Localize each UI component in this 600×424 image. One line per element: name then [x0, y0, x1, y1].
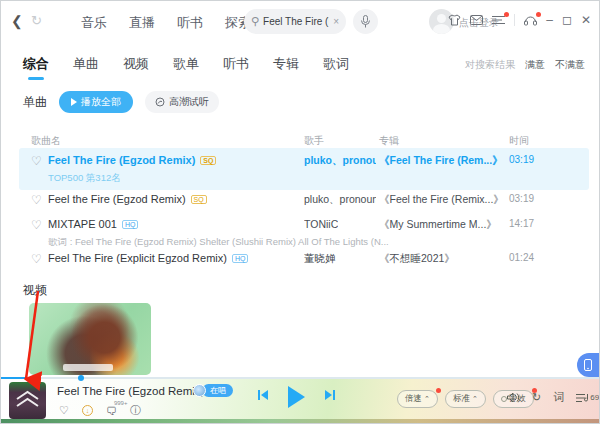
maximize-icon[interactable]: ◻ — [562, 13, 572, 27]
top-navigation: 音乐 直播 听书 探索 — [81, 14, 251, 32]
favorite-icon[interactable]: ♡ — [59, 404, 69, 417]
lyrics-match-line: 歌词 : Feel The Fire (Egzod Remix) Shelter… — [48, 236, 389, 249]
download-icon[interactable]: ↓ — [82, 405, 93, 416]
song-album[interactable]: 《Feel the Fire (Remix...》 — [379, 193, 504, 207]
song-duration: 03:19 — [509, 193, 534, 204]
quality-badge: HQ — [232, 254, 249, 263]
expand-player-icon — [15, 390, 40, 408]
tab-album[interactable]: 专辑 — [273, 55, 299, 80]
play-all-button[interactable]: 播放全部 — [59, 91, 133, 113]
header-artist[interactable]: 歌手 — [304, 134, 324, 148]
quality-pill[interactable]: 标准⌃ — [445, 390, 486, 408]
nav-music[interactable]: 音乐 — [81, 14, 107, 32]
titlebar: ❮ ↻ 音乐 直播 听书 探索 ⚲ Feel The Fire (I × 点击登… — [1, 1, 599, 43]
favorite-icon[interactable]: ♡ — [31, 252, 42, 266]
tab-playlist[interactable]: 歌单 — [173, 55, 199, 80]
singing-badge[interactable]: 在唱 — [193, 384, 233, 397]
nav-live[interactable]: 直播 — [129, 14, 155, 32]
music-recognition-button[interactable] — [353, 9, 378, 34]
feedback-label: 对搜索结果 — [465, 58, 515, 72]
back-icon[interactable]: ❮ — [11, 13, 23, 29]
tab-comprehensive[interactable]: 综合 — [23, 55, 49, 80]
climax-preview-button[interactable]: 高潮试听 — [145, 91, 219, 113]
search-icon: ⚲ — [251, 15, 259, 28]
comment-count: 999+ — [114, 400, 128, 406]
singer-avatar — [193, 384, 206, 397]
tab-video[interactable]: 视频 — [123, 55, 149, 80]
now-playing-title[interactable]: Feel The Fire (Egzod Remix) — [57, 385, 204, 397]
nav-listen-book[interactable]: 听书 — [177, 14, 203, 32]
song-title: Feel the Fire (Egzod Remix)SQ — [48, 193, 207, 205]
minimize-icon[interactable]: – — [546, 13, 553, 27]
connect-phone-button[interactable] — [577, 353, 599, 377]
phone-icon — [584, 359, 592, 371]
tab-single[interactable]: 单曲 — [73, 55, 99, 80]
song-artist[interactable]: pluko、pronounc... — [304, 154, 376, 168]
mini-mode-icon[interactable] — [524, 15, 537, 26]
player-right-icons: ↻ 词 69 — [507, 390, 599, 405]
comment-icon[interactable]: 🗨999+ — [106, 405, 117, 417]
effect-icon — [501, 396, 507, 402]
skin-icon[interactable] — [448, 14, 461, 26]
volume-icon[interactable] — [507, 392, 520, 403]
menu-icon[interactable] — [492, 15, 505, 25]
song-album[interactable]: 《Feel The Fire (Rem...》 — [379, 154, 503, 168]
speed-notification-dot — [436, 388, 441, 393]
feedback-satisfied[interactable]: 满意 — [525, 58, 545, 72]
progress-played — [1, 377, 25, 379]
song-title: MIXTAPE 001HQ — [48, 218, 138, 230]
refresh-icon[interactable]: ↻ — [31, 13, 42, 28]
search-input[interactable]: ⚲ Feel The Fire (I × — [244, 9, 346, 34]
song-artist[interactable]: TONiiC — [304, 218, 338, 230]
favorite-icon[interactable]: ♡ — [31, 218, 42, 232]
favorite-icon[interactable]: ♡ — [31, 154, 42, 168]
single-section-label: 单曲 — [23, 94, 47, 111]
playlist-icon[interactable]: 69 — [576, 393, 599, 403]
search-result-tabs: 综合 单曲 视频 歌单 听书 专辑 歌词 — [23, 55, 349, 80]
favorite-icon[interactable]: ♡ — [31, 193, 42, 207]
video-thumbnail[interactable] — [29, 303, 151, 375]
video-section-label: 视频 — [23, 282, 47, 299]
more-icon[interactable]: ⓘ — [130, 403, 141, 418]
progress-bar[interactable] — [1, 377, 599, 379]
single-section-header: 单曲 播放全部 高潮试听 — [23, 91, 219, 113]
window-controls: – ◻ ✕ — [448, 13, 591, 27]
song-duration: 03:19 — [509, 154, 534, 165]
search-value[interactable]: Feel The Fire (I — [263, 16, 329, 27]
header-album[interactable]: 专辑 — [379, 134, 399, 148]
play-icon — [71, 98, 77, 106]
mini-mode-notification-dot — [536, 12, 541, 17]
previous-button[interactable] — [256, 388, 270, 406]
feedback-unsatisfied[interactable]: 不满意 — [555, 58, 585, 72]
message-icon[interactable] — [470, 15, 483, 25]
song-artist[interactable]: 董晓婵 — [304, 252, 336, 266]
playback-controls — [256, 386, 337, 408]
header-time[interactable]: 时间 — [509, 134, 529, 148]
menu-notification-dot — [504, 12, 509, 17]
progress-handle[interactable] — [78, 375, 84, 381]
play-button[interactable] — [288, 386, 305, 408]
playlist-count: 69 — [590, 393, 599, 402]
tab-listen-book[interactable]: 听书 — [223, 55, 249, 80]
song-album[interactable]: 《不想睡2021》 — [379, 252, 455, 266]
song-duration: 14:17 — [509, 218, 534, 229]
speed-pill[interactable]: 倍速⌃ — [397, 390, 438, 408]
climax-icon — [155, 97, 165, 107]
song-title: Feel The Fire (Explicit Egzod Remix)HQ — [48, 252, 248, 264]
song-duration: 01:24 — [509, 252, 534, 263]
quality-badge: SQ — [191, 195, 207, 204]
tab-lyrics[interactable]: 歌词 — [323, 55, 349, 80]
header-song[interactable]: 歌曲名 — [31, 134, 61, 148]
song-album[interactable]: 《My Summertime M...》 — [379, 218, 497, 232]
player-song-actions: ♡ ↓ 🗨999+ ⓘ — [59, 403, 141, 418]
quality-badge: HQ — [122, 220, 139, 229]
lyrics-button[interactable]: 词 — [553, 390, 564, 405]
now-playing-artwork[interactable] — [9, 382, 46, 419]
close-icon[interactable]: ✕ — [581, 13, 591, 27]
video-caption-overlay — [63, 364, 113, 371]
next-button[interactable] — [323, 388, 337, 406]
play-mode-icon[interactable]: ↻ — [532, 391, 541, 404]
top500-rank[interactable]: TOP500 第312名 — [48, 172, 121, 185]
clear-search-icon[interactable]: × — [333, 16, 339, 27]
song-artist[interactable]: pluko、pronounce... — [304, 193, 376, 207]
